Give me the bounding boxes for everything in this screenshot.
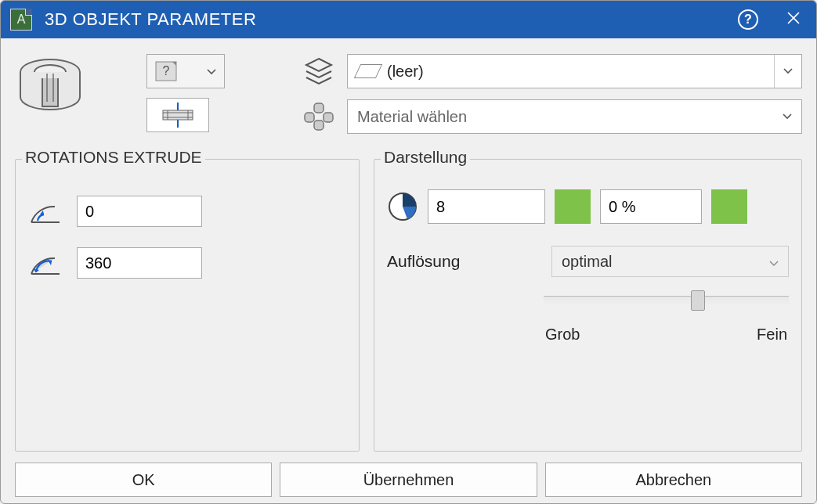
angle-end-input[interactable] <box>77 247 202 279</box>
ok-button[interactable]: OK <box>15 463 272 497</box>
content-area: ? <box>1 38 816 503</box>
pie-chart-icon <box>387 191 418 222</box>
darstellung-legend: Darstellung <box>381 148 470 167</box>
parallelogram-icon <box>354 64 382 78</box>
top-row: ? <box>15 51 802 153</box>
slider-min-label: Grob <box>545 326 580 344</box>
button-row: OK Übernehmen Abbrechen <box>15 452 802 497</box>
help-icon[interactable]: ? <box>738 9 758 30</box>
chevron-down-icon <box>207 65 216 77</box>
top-right-panel: (leer) <box>239 51 802 153</box>
window-title: 3D OBJEKT PARAMETER <box>45 9 738 30</box>
material-dropdown-placeholder: Material wählen <box>357 108 774 126</box>
hint-dropdown-button[interactable]: ? <box>146 54 225 88</box>
layer-dropdown-label: (leer) <box>387 63 774 81</box>
angle-start-input[interactable] <box>77 196 202 227</box>
close-icon[interactable] <box>780 8 807 32</box>
percent-input[interactable] <box>600 189 702 224</box>
dialog-window: A 3D OBJEKT PARAMETER ? <box>0 0 817 504</box>
profile-mode-button[interactable] <box>146 98 209 132</box>
app-icon: A <box>10 9 32 31</box>
resolution-slider-wrap: Grob Fein <box>387 296 789 344</box>
resolution-label: Auflösung <box>387 252 528 271</box>
app-icon-letter: A <box>17 13 26 27</box>
angle-end-icon <box>28 249 63 277</box>
svg-rect-12 <box>305 113 314 122</box>
object-preview-icon <box>15 51 85 121</box>
rotations-extrude-group: ROTATIONS EXTRUDE <box>15 159 360 452</box>
titlebar: A 3D OBJEKT PARAMETER ? <box>1 1 816 38</box>
resolution-slider[interactable] <box>544 296 789 305</box>
resolution-value: optimal <box>562 253 612 271</box>
mode-column: ? <box>99 51 225 153</box>
material-dropdown[interactable]: Material wählen <box>347 99 802 134</box>
rotations-extrude-legend: ROTATIONS EXTRUDE <box>22 148 205 167</box>
profile-icon <box>158 103 197 128</box>
chevron-down-icon <box>769 253 779 271</box>
resolution-select[interactable]: optimal <box>551 246 789 277</box>
chevron-down-icon <box>774 100 801 133</box>
slider-max-label: Fein <box>757 326 787 344</box>
darstellung-group: Darstellung Aufl <box>374 159 802 452</box>
slider-thumb[interactable] <box>691 290 705 311</box>
svg-rect-13 <box>324 113 333 122</box>
chevron-down-icon <box>774 55 801 88</box>
angle-start-icon <box>28 197 63 225</box>
svg-rect-11 <box>314 103 324 113</box>
segments-input[interactable] <box>428 189 545 224</box>
color-swatch-1[interactable] <box>555 189 591 224</box>
layers-icon <box>302 54 336 88</box>
svg-rect-14 <box>314 121 324 130</box>
layer-dropdown[interactable]: (leer) <box>347 54 802 88</box>
question-tile-icon: ? <box>155 61 177 81</box>
apply-button[interactable]: Übernehmen <box>280 463 537 497</box>
mid-row: ROTATIONS EXTRUDE <box>15 159 802 452</box>
material-icon <box>302 99 336 134</box>
svg-text:?: ? <box>163 64 170 77</box>
color-swatch-2[interactable] <box>711 189 747 224</box>
cancel-button[interactable]: Abbrechen <box>545 463 802 497</box>
